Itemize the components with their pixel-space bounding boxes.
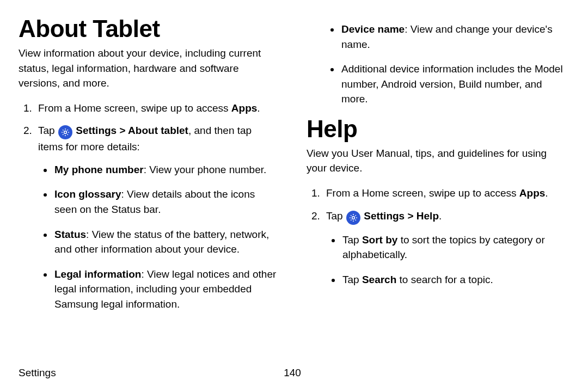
bullet-search: Tap Search to search for a topic. [341,272,566,287]
text: Tap [342,274,362,285]
help-steps: From a Home screen, swipe up to access A… [307,186,566,287]
sort-by-bold: Sort by [362,234,397,246]
settings-gear-icon [346,211,360,225]
desc: Additional device information includes t… [341,63,563,105]
bullet-additional-info: Additional device information includes t… [340,62,566,107]
svg-point-1 [352,216,355,219]
text: to search for a topic. [396,274,493,285]
text: . [257,102,260,114]
text: . [545,187,548,199]
heading-help: Help [307,117,566,142]
about-step-1: From a Home screen, swipe up to access A… [35,101,278,116]
settings-gear-icon [58,125,72,139]
bullet-status: Status: View the status of the battery, … [53,227,278,257]
help-intro: View you User Manual, tips, and guidelin… [307,146,566,176]
about-step-2: Tap Settings > About tablet, and then ta… [35,123,278,311]
help-step-1: From a Home screen, swipe up to access A… [323,186,566,201]
about-bullets-cont: Device name: View and change your device… [307,22,566,107]
page-footer: Settings 140 [19,367,566,379]
label: Device name [341,23,405,35]
left-column: About Tablet View information about your… [19,16,278,321]
chevron-icon: > [405,210,416,222]
heading-about-tablet: About Tablet [19,16,278,41]
about-steps: From a Home screen, swipe up to access A… [19,101,278,311]
chevron-icon: > [117,125,128,136]
help-bullets: Tap Sort by to sort the topics by catego… [326,232,566,287]
desc: : View your phone number. [144,164,267,175]
text: Tap [342,234,362,246]
apps-bold: Apps [231,102,258,114]
settings-bold: Settings [76,125,117,136]
label: Icon glossary [54,188,121,200]
about-intro: View information about your device, incl… [19,46,278,91]
about-bullets: My phone number: View your phone number.… [38,162,278,311]
desc: : View the status of the battery, networ… [54,229,269,255]
text: From a Home screen, swipe up to access [38,102,231,114]
apps-bold: Apps [519,187,546,199]
bullet-device-name: Device name: View and change your device… [340,22,566,52]
label: My phone number [54,164,144,175]
help-bold: Help [416,210,439,222]
text: Tap [38,125,58,136]
footer-section: Settings [19,367,56,378]
help-step-2: Tap Settings > Help. Tap Sort by to sort… [323,209,566,287]
text: Tap [326,210,346,222]
right-column: Device name: View and change your device… [307,16,566,321]
search-bold: Search [362,274,396,285]
text: From a Home screen, swipe up to access [326,187,519,199]
text: . [439,210,442,222]
bullet-sort-by: Tap Sort by to sort the topics by catego… [341,232,566,262]
settings-bold: Settings [364,210,405,222]
bullet-my-phone: My phone number: View your phone number. [53,162,278,177]
page-number: 140 [284,367,301,379]
svg-point-0 [64,131,67,134]
bullet-legal: Legal information: View legal notices an… [53,267,278,312]
label: Legal information [54,268,141,280]
label: Status [54,229,86,240]
bullet-icon-glossary: Icon glossary: View details about the ic… [53,187,278,217]
about-tablet-bold: About tablet [128,125,188,136]
